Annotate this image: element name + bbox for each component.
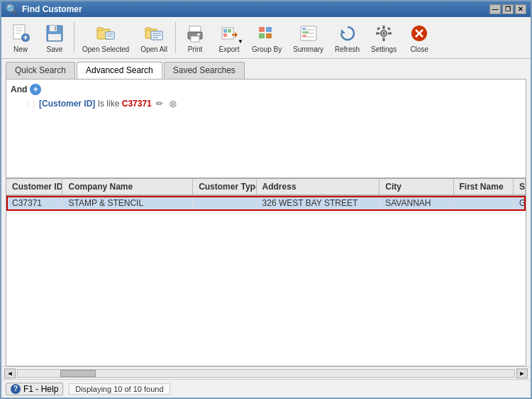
print-button[interactable]: Print: [179, 20, 211, 55]
filter-tree-dots: ⋮⋮: [25, 100, 36, 108]
filter-field: [Customer ID] Is like C37371: [39, 99, 152, 109]
title-bar: 🔍 Find Customer — ❐ ✕: [1, 1, 531, 17]
help-label: F1 - Help: [23, 384, 58, 394]
col-header-company-name: Company Name: [62, 179, 193, 195]
filter-edit-button[interactable]: ✏: [155, 99, 165, 109]
save-icon: [43, 22, 66, 45]
svg-rect-3: [16, 33, 21, 34]
and-label: And: [11, 84, 27, 94]
open-selected-button[interactable]: Open Selected: [77, 20, 134, 55]
svg-rect-49: [387, 27, 391, 31]
window-title: Find Customer: [22, 4, 489, 14]
svg-rect-24: [197, 33, 200, 35]
close-toolbar-button[interactable]: Close: [403, 20, 436, 55]
svg-rect-39: [302, 31, 309, 33]
open-all-icon: [143, 22, 165, 45]
svg-point-43: [382, 32, 385, 35]
tab-advanced-search[interactable]: Advanced Search: [77, 62, 162, 79]
status-display-text: Displaying 10 of 10 found: [69, 383, 170, 395]
refresh-button[interactable]: Refresh: [330, 20, 365, 55]
summary-icon: [297, 22, 320, 45]
export-button[interactable]: ▼ Export: [213, 20, 245, 55]
cell-address: 326 WEST BAY STREET: [257, 196, 380, 210]
col-header-address: Address: [257, 179, 380, 195]
restore-button[interactable]: ❐: [502, 4, 514, 14]
help-icon: ?: [11, 384, 21, 394]
print-label: Print: [188, 45, 203, 53]
open-selected-label: Open Selected: [82, 45, 129, 53]
and-row: And +: [11, 84, 521, 95]
close-toolbar-icon: [408, 22, 431, 45]
svg-marker-41: [341, 29, 345, 33]
svg-rect-47: [388, 33, 392, 35]
table-row[interactable]: C37371 STAMP & STENCIL 326 WEST BAY STRE…: [6, 196, 526, 211]
filter-row: ⋮⋮ [Customer ID] Is like C37371 ✏ ⊗: [11, 98, 521, 109]
refresh-label: Refresh: [335, 45, 360, 53]
svg-rect-28: [228, 29, 231, 33]
settings-icon: [372, 22, 395, 45]
scroll-right-button[interactable]: ►: [516, 368, 528, 378]
svg-rect-46: [376, 33, 379, 35]
minimize-button[interactable]: —: [489, 4, 501, 14]
new-button[interactable]: + New: [4, 20, 37, 55]
filter-delete-button[interactable]: ⊗: [167, 98, 179, 109]
col-header-first-name: First Name: [454, 179, 514, 195]
svg-rect-27: [223, 33, 227, 37]
print-icon: [184, 22, 206, 45]
open-all-button[interactable]: Open All: [135, 20, 172, 55]
status-bar: ? F1 - Help Displaying 10 of 10 found: [1, 379, 531, 398]
col-header-city: City: [379, 179, 453, 195]
new-icon: +: [9, 22, 32, 45]
results-area: Customer ID Company Name Customer Type A…: [6, 178, 526, 366]
svg-rect-23: [191, 36, 199, 42]
cell-company-name: STAMP & STENCIL: [62, 196, 193, 210]
svg-rect-12: [106, 32, 114, 39]
filter-field-name: [Customer ID]: [39, 99, 95, 109]
svg-rect-16: [145, 28, 150, 31]
cell-customer-id: C37371: [6, 196, 62, 210]
add-condition-button[interactable]: +: [30, 84, 41, 95]
open-selected-icon: [94, 22, 117, 45]
scroll-track[interactable]: [17, 369, 515, 378]
scroll-thumb[interactable]: [60, 370, 96, 377]
cell-customer-type: [193, 196, 256, 210]
export-dropdown-arrow: ▼: [238, 38, 243, 45]
window-icon: 🔍: [6, 4, 18, 15]
help-button[interactable]: ? F1 - Help: [6, 383, 63, 395]
close-toolbar-label: Close: [410, 45, 428, 53]
svg-rect-11: [97, 28, 103, 31]
refresh-icon: [336, 22, 359, 45]
settings-button[interactable]: Settings: [366, 20, 401, 55]
svg-rect-45: [383, 38, 385, 41]
col-header-state: State: [514, 179, 526, 195]
open-all-label: Open All: [140, 45, 167, 53]
search-panel: And + ⋮⋮ [Customer ID] Is like C37371 ✏ …: [6, 79, 526, 178]
svg-rect-1: [16, 27, 23, 28]
col-header-customer-type: Customer Type: [193, 179, 256, 195]
filter-value-text: C37371: [122, 99, 152, 109]
svg-rect-32: [259, 33, 265, 38]
svg-rect-8: [48, 34, 61, 40]
cell-first-name: [454, 196, 514, 210]
toolbar-sep-2: [175, 22, 176, 53]
tab-quick-search[interactable]: Quick Search: [6, 62, 75, 79]
tab-saved-searches[interactable]: Saved Searches: [164, 62, 245, 79]
group-by-label: Group By: [252, 45, 282, 53]
save-button[interactable]: Save: [38, 20, 71, 55]
svg-rect-40: [302, 35, 306, 37]
summary-label: Summary: [293, 45, 323, 53]
main-window: 🔍 Find Customer — ❐ ✕ + New: [0, 0, 532, 399]
scroll-left-button[interactable]: ◄: [4, 368, 16, 378]
svg-rect-44: [383, 26, 385, 29]
settings-label: Settings: [371, 45, 397, 53]
summary-button[interactable]: Summary: [288, 20, 328, 55]
svg-rect-48: [377, 27, 380, 31]
svg-rect-2: [16, 30, 23, 31]
svg-rect-9: [55, 26, 56, 31]
group-by-button[interactable]: Group By: [247, 20, 287, 55]
new-label: New: [13, 45, 28, 53]
svg-text:+: +: [23, 33, 28, 43]
cell-city: SAVANNAH: [379, 196, 453, 210]
close-button[interactable]: ✕: [515, 4, 526, 14]
svg-rect-31: [266, 27, 272, 32]
